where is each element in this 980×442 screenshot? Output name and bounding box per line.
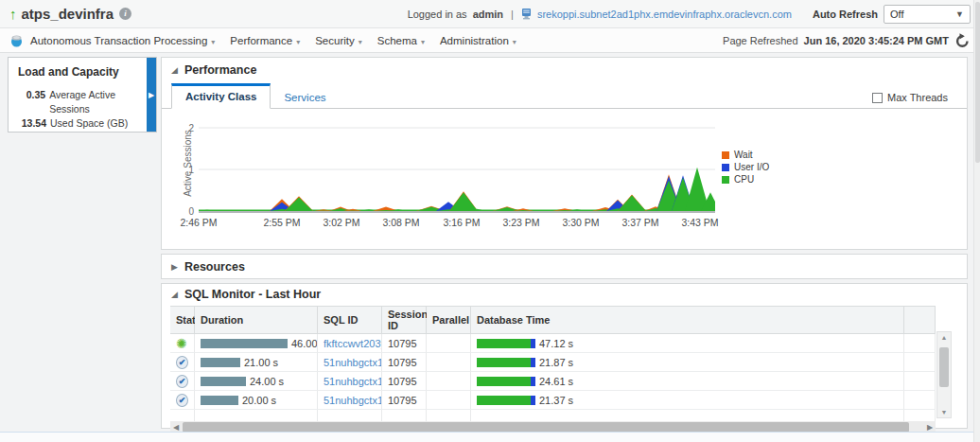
page-refreshed-label: Page Refreshed [723,35,798,46]
logged-in-label: Logged in as [408,9,467,20]
column-header-sql-id[interactable]: SQL ID [318,306,382,334]
db-time-io-bar [531,358,535,367]
scroll-up-icon[interactable]: ▲ [937,334,951,341]
database-time-cell: 47.12 s [471,334,904,353]
table-row[interactable]: ✔24.00 s51nuhbgctx17s1079524.61 s [170,372,936,391]
duration-cell: 21.00 s [195,353,318,372]
server-icon [521,9,532,20]
info-icon[interactable]: i [119,8,131,20]
collapse-triangle-icon: ◢ [171,290,178,299]
db-time-io-bar [531,339,535,348]
menu-item-performance[interactable]: Performance▾ [230,35,300,46]
database-time-cell: 21.87 s [471,353,904,372]
column-header-duration[interactable]: Duration [195,306,318,334]
table-row[interactable]: ✺46.00 sfkftccwvt203y1079547.12 s [170,334,936,353]
y-tick-0: 0 [181,206,194,217]
x-tick-label: 2:55 PM [255,217,308,228]
column-header-parallel[interactable]: Parallel [427,306,471,334]
load-capacity-card: Load and Capacity 0.35Average Active Ses… [8,57,157,133]
max-threads-checkbox[interactable] [872,93,883,103]
vertical-scrollbar[interactable]: ▲ ▼ [936,331,952,418]
db-time-io-bar [531,377,535,386]
legend-item-cpu: CPU [722,173,769,186]
legend-item-wait: Wait [722,149,769,161]
max-threads-control: Max Threads [872,92,948,103]
db-time-cpu-bar [477,339,531,348]
duration-bar [201,358,240,367]
database-time-cell: 24.61 s [471,372,904,391]
column-header-session-id[interactable]: Session ID [382,306,427,334]
session-id-cell: 10795 [382,334,427,353]
column-header-status[interactable]: Status [170,306,195,334]
max-threads-label: Max Threads [887,92,948,103]
duration-bar [201,396,238,405]
sql-monitor-table: StatusDurationSQL IDSession IDParallelDa… [170,306,952,424]
menu-item-autonomous-transaction-processing[interactable]: Autonomous Transaction Processing▾ [30,35,215,46]
legend-item-user-i-o: User I/O [722,161,769,173]
duration-cell: 20.00 s [195,391,318,410]
x-tick-label: 3:23 PM [495,217,548,228]
x-tick-label: 3:16 PM [435,217,488,228]
card-expand-strip[interactable]: ▶ [147,58,156,132]
session-id-cell: 10795 [382,353,427,372]
top-header-bar: ↑ atps_devinfra i Logged in as admin | s… [0,0,980,28]
menu-bar: Autonomous Transaction Processing▾Perfor… [0,28,980,53]
footer-strip [0,432,980,442]
capacity-metric: 0.35Average Active Sessions [9,88,156,116]
scroll-down-icon[interactable]: ▼ [937,409,951,415]
status-completed-icon: ✔ [176,394,188,407]
duration-cell: 46.00 s [195,334,318,353]
area-chart-plot [199,116,715,213]
y-tick-1: 1 [181,165,194,175]
refresh-icon[interactable] [954,33,971,48]
sql-id-link[interactable]: 51nuhbgctx17s [324,357,382,368]
db-time-cpu-bar [477,377,531,386]
sql-id-link[interactable]: fkftccwvt203y [324,338,382,349]
chevron-down-icon: ▾ [513,38,516,46]
table-row[interactable]: ✔21.00 s51nuhbgctx17s1079521.87 s [170,353,936,372]
capacity-metric: 13.54Used Space (GB) [9,116,156,131]
separator: | [511,9,514,20]
database-time-cell: 21.37 s [471,391,904,410]
host-link[interactable]: srekoppi.subnet2ad1phx.emdevinfraphx.ora… [537,9,792,20]
sql-monitor-panel: ◢ SQL Monitor - Last Hour StatusDuration… [161,283,968,429]
vscroll-thumb[interactable] [939,347,949,387]
y-tick-2: 2 [181,123,194,133]
collapse-triangle-icon: ◢ [171,65,178,75]
x-tick-label: 3:43 PM [674,217,726,228]
page-scroll-thumb[interactable] [975,2,980,163]
menu-item-security[interactable]: Security▾ [315,35,362,46]
table-row[interactable]: ✔20.00 s51nuhbgctx17s1079521.37 s [170,391,936,410]
duration-cell: 24.00 s [195,372,318,391]
legend-swatch-icon [722,176,729,184]
db-time-io-bar [531,396,535,405]
atp-target-icon [9,34,24,47]
sql-id-link[interactable]: 51nuhbgctx17s [324,376,382,387]
page-scrollbar[interactable] [973,0,980,442]
performance-header[interactable]: ◢ Performance [162,58,967,79]
chevron-down-icon: ▾ [359,38,362,46]
resources-header[interactable]: ▶ Resources [162,255,967,275]
y-axis-title: Active Sessions [183,121,193,206]
x-tick-label: 3:37 PM [614,217,667,228]
session-id-cell: 10795 [382,391,427,410]
x-tick-label: 3:02 PM [315,217,368,228]
menu-item-schema[interactable]: Schema▾ [377,35,425,46]
auto-refresh-select[interactable]: Off ▼ [884,5,971,24]
performance-panel: ◢ Performance Activity ClassServices Max… [161,57,968,250]
page-refreshed-value: Jun 16, 2020 3:45:24 PM GMT [804,35,949,46]
db-time-cpu-bar [477,396,531,405]
duration-bar [201,339,288,348]
sql-id-link[interactable]: 51nuhbgctx17s [324,395,382,406]
x-tick-label: 3:08 PM [375,217,428,228]
expand-triangle-icon: ▶ [171,262,178,272]
tab-activity-class[interactable]: Activity Class [171,83,271,109]
column-header-database-time[interactable]: Database Time [471,306,904,334]
parallel-cell [427,391,471,410]
duration-bar [201,377,246,386]
tab-services[interactable]: Services [271,87,339,109]
sql-monitor-header[interactable]: ◢ SQL Monitor - Last Hour [162,284,967,303]
parallel-cell [427,372,471,391]
menu-item-administration[interactable]: Administration▾ [440,35,516,46]
load-capacity-title: Load and Capacity [9,58,156,79]
